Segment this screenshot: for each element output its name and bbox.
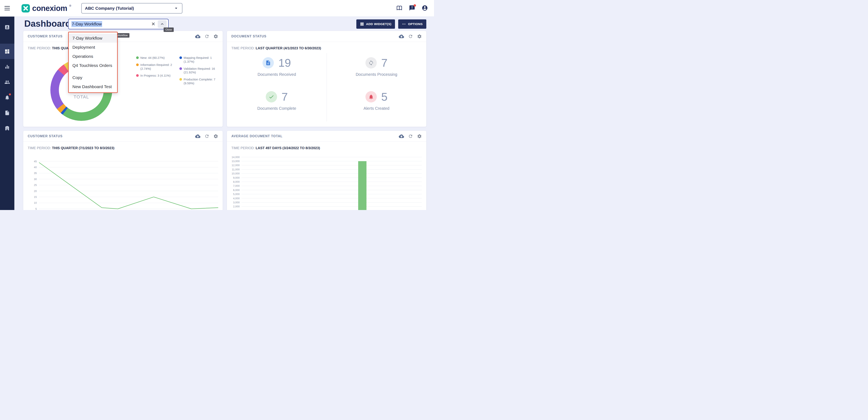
legend-dot — [136, 63, 139, 66]
dropdown-item-deployment[interactable]: Deployment — [69, 43, 117, 52]
dropdown-item-copy[interactable]: Copy — [69, 73, 117, 82]
bar — [358, 161, 367, 210]
legend-dot — [179, 67, 182, 70]
download-widget-icon[interactable] — [399, 134, 404, 139]
stat-value: 19 — [278, 56, 291, 69]
dropdown-item-7-day-workflow[interactable]: 7-Day Workflow — [69, 34, 117, 43]
main-content: Dashboard 7-Day Workflow ✕ Close Workflo… — [14, 17, 434, 210]
legend-dot — [136, 74, 139, 77]
check-icon — [266, 91, 277, 102]
widget-actions — [399, 134, 422, 139]
time-period: TIME PERIOD: THIS QUARTER (7/1/2023 TO 8… — [28, 146, 115, 150]
widget-title: CUSTOMER STATUS — [28, 134, 62, 138]
sidebar-item-contacts[interactable] — [0, 20, 14, 35]
clear-selection-icon[interactable]: ✕ — [149, 22, 158, 27]
svg-text:40: 40 — [34, 166, 37, 169]
menu-icon[interactable] — [0, 0, 14, 17]
svg-text:10: 10 — [34, 201, 37, 204]
conexiom-logo: conexiom ® — [21, 4, 71, 13]
widget-settings-icon[interactable] — [213, 34, 218, 39]
svg-text:35: 35 — [34, 171, 37, 174]
download-widget-icon[interactable] — [399, 34, 404, 39]
account-icon[interactable] — [422, 5, 428, 12]
svg-text:15: 15 — [34, 195, 37, 198]
legend-item: New: 44 (60.27%) — [136, 56, 176, 60]
download-widget-icon[interactable] — [195, 34, 200, 39]
svg-text:30: 30 — [34, 177, 37, 181]
widget-title: CUSTOMER STATUS — [28, 35, 62, 38]
svg-text:11,000: 11,000 — [232, 168, 240, 171]
svg-text:10,000: 10,000 — [231, 172, 240, 175]
refresh-widget-icon[interactable] — [205, 134, 209, 139]
legend-dot — [136, 56, 139, 59]
widget-average-document-total: AVERAGE DOCUMENT TOTAL TIME PERIOD: LAST… — [227, 131, 426, 210]
page-title: Dashboard — [24, 19, 71, 29]
sidebar-item-dashboards[interactable] — [0, 44, 14, 59]
svg-text:5,000: 5,000 — [233, 193, 240, 196]
dashboard-selector[interactable]: 7-Day Workflow ✕ — [68, 19, 169, 29]
stat-documents-received: 19Documents Received — [227, 50, 327, 84]
svg-text:5: 5 — [35, 207, 37, 210]
refresh-widget-icon[interactable] — [408, 34, 413, 39]
sidebar-item-documents[interactable] — [0, 105, 14, 121]
chevron-up-icon — [160, 22, 164, 26]
topbar-actions — [396, 5, 434, 12]
svg-text:9,000: 9,000 — [233, 176, 240, 179]
stat-alerts-created: 5Alerts Created — [327, 84, 426, 118]
svg-text:25: 25 — [34, 184, 37, 187]
more-dots-icon — [402, 22, 406, 26]
download-widget-icon[interactable] — [195, 134, 200, 139]
options-button[interactable]: OPTIONS — [398, 20, 426, 29]
svg-text:8,000: 8,000 — [233, 180, 240, 183]
stat-value: 5 — [381, 90, 388, 103]
svg-text:12,000: 12,000 — [231, 164, 240, 167]
sidebar-item-analytics[interactable] — [0, 59, 14, 74]
logo-registered-mark: ® — [69, 4, 71, 7]
dropdown-collapse-button[interactable] — [158, 20, 167, 28]
sidebar-item-organization[interactable] — [0, 121, 14, 136]
stat-label: Documents Received — [257, 72, 296, 77]
close-tooltip: Close — [164, 28, 174, 32]
legend-item: Production Complete: 7 (9.59%) — [179, 77, 219, 85]
feedback-badge-dot — [413, 4, 416, 7]
stat-label: Documents Complete — [257, 106, 296, 111]
dropdown-item-operations[interactable]: Operations — [69, 52, 117, 61]
svg-text:3,000: 3,000 — [233, 201, 240, 204]
conexiom-logo-icon — [21, 4, 30, 13]
svg-text:45: 45 — [34, 160, 37, 163]
stat-label: Documents Processing — [356, 72, 397, 77]
svg-text:13,000: 13,000 — [231, 160, 240, 163]
legend-item: Information Required: 2 (2.74%) — [136, 63, 176, 71]
stat-label: Alerts Created — [364, 106, 390, 111]
company-selector[interactable]: ABC Company (Tutorial) — [81, 3, 182, 13]
sidebar — [0, 17, 14, 210]
logo-text: conexiom — [32, 4, 67, 13]
svg-text:2,000: 2,000 — [233, 205, 240, 208]
widget-settings-icon[interactable] — [213, 134, 218, 139]
legend-item: In Progress: 3 (4.11%) — [136, 74, 176, 77]
divider — [327, 53, 327, 122]
widget-settings-icon[interactable] — [417, 134, 422, 139]
knowledge-base-icon[interactable] — [396, 5, 402, 12]
bell-icon — [366, 91, 377, 102]
refresh-widget-icon[interactable] — [408, 134, 413, 139]
legend-item: Mapping Required: 1 (1.37%) — [179, 56, 219, 64]
header-buttons: ADD WIDGET(S) OPTIONS — [356, 20, 426, 29]
topbar: conexiom ® ABC Company (Tutorial) — [0, 0, 434, 17]
widget-settings-icon[interactable] — [417, 34, 422, 39]
chevron-down-icon — [174, 6, 179, 11]
company-selector-value: ABC Company (Tutorial) — [85, 6, 134, 11]
dropdown-item-q4-touchless-orders[interactable]: Q4 Touchless Orders — [69, 61, 117, 70]
donut-legend: New: 44 (60.27%)Information Required: 2 … — [136, 56, 219, 85]
feedback-icon[interactable] — [409, 5, 415, 12]
svg-text:20: 20 — [34, 190, 37, 193]
widget-title: DOCUMENT STATUS — [231, 35, 267, 38]
add-widgets-label: ADD WIDGET(S) — [366, 22, 392, 26]
add-widgets-button[interactable]: ADD WIDGET(S) — [356, 20, 395, 29]
stat-value: 7 — [381, 56, 388, 69]
sidebar-item-customers[interactable] — [0, 74, 14, 90]
widget-customer-status-donut: CUSTOMER STATUS TIME PERIOD: THIS QUARTE… — [23, 31, 223, 127]
dropdown-item-new-dashboard-test[interactable]: New Dashboard Test — [69, 82, 117, 91]
sidebar-item-notifications[interactable] — [0, 90, 14, 105]
refresh-widget-icon[interactable] — [205, 34, 209, 39]
